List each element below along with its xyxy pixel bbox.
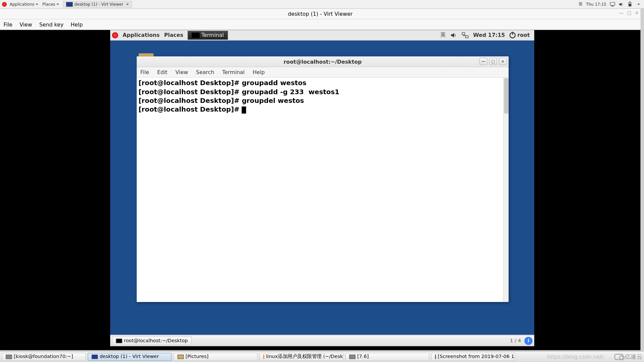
yisu-watermark: 亿速云 — [614, 353, 642, 361]
guest-task-terminal[interactable]: root@localhost:~/Desktop — [112, 336, 192, 345]
distro-icon — [112, 32, 118, 38]
host-applications-menu[interactable]: Applications — [8, 1, 40, 7]
display-icon[interactable] — [610, 2, 615, 7]
host-clock[interactable]: Thu 17:15 — [586, 2, 606, 7]
terminal-menu-terminal[interactable]: Terminal — [222, 69, 245, 75]
terminal-close-button[interactable]: × — [499, 58, 507, 65]
terminal-menu-view[interactable]: View — [175, 69, 188, 75]
caret-down-icon — [36, 4, 38, 6]
svg-rect-0 — [610, 2, 615, 5]
terminal-title: root@localhost:~/Desktop — [284, 58, 362, 64]
task-label: desktop (1) - Virt Viewer — [100, 354, 159, 359]
terminal-titlebar[interactable]: root@localhost:~/Desktop — □ × — [137, 57, 508, 67]
terminal-menu-help[interactable]: Help — [253, 69, 265, 75]
terminal-thumb-icon — [192, 33, 200, 38]
svg-rect-1 — [611, 6, 613, 6]
watermark-text: https://blog.csdn.net/ — [547, 354, 608, 360]
host-taskbar: [kiosk@foundation70:~] desktop (1) - Vir… — [0, 351, 644, 362]
host-topbar: Applications Places desktop (1) - Virt V… — [0, 0, 644, 9]
guest-desktop[interactable]: Applications Places Terminal 英 Wed 17:15 — [110, 30, 534, 346]
guest-clock[interactable]: Wed 17:15 — [473, 32, 505, 38]
window-thumb-icon — [349, 354, 355, 359]
task-label: [kiosk@foundation70:~] — [14, 354, 73, 359]
guest-places-menu[interactable]: Places — [164, 32, 183, 38]
host-task-gedit[interactable]: linux添加用户及权限管理 (~/Deskt... — [259, 353, 343, 361]
viewer-menu-file[interactable]: File — [4, 21, 13, 27]
guest-user-menu[interactable]: root — [509, 32, 530, 38]
task-label: [7.6] — [357, 354, 369, 359]
yisu-label: 亿速云 — [625, 353, 642, 361]
battery-icon[interactable] — [627, 2, 633, 7]
task-label: linux添加用户及权限管理 (~/Deskt... — [266, 353, 343, 360]
terminal-line: [root@localhost Desktop]# groupadd westo… — [139, 79, 307, 87]
caret-down-icon — [56, 4, 59, 6]
terminal-body[interactable]: [root@localhost Desktop]# groupadd westo… — [137, 78, 503, 302]
viewer-minimize-button[interactable]: — — [619, 10, 624, 15]
guest-taskbar: root@localhost:~/Desktop 1 / 4 i — [110, 335, 534, 346]
terminal-minimize-button[interactable]: — — [479, 58, 487, 65]
terminal-scrollbar[interactable] — [503, 78, 508, 302]
power-icon — [509, 32, 516, 38]
scroll-thumb[interactable] — [504, 78, 508, 114]
caret-down-icon — [126, 4, 129, 6]
terminal-thumb-icon — [116, 339, 122, 343]
terminal-line: [root@localhost Desktop]# groupdel westo… — [139, 97, 304, 105]
yisu-logo-icon — [614, 354, 623, 360]
terminal-maximize-button[interactable]: □ — [489, 58, 497, 65]
host-task-screenshot[interactable]: [Screenshot from 2019-07-06 1... — [431, 353, 515, 361]
network-icon[interactable] — [462, 32, 469, 39]
guest-app-tab-label: Terminal — [202, 32, 224, 38]
workspace-index[interactable]: 1 / 4 — [510, 338, 521, 344]
svg-rect-5 — [462, 33, 465, 35]
viewer-title: desktop (1) - Virt Viewer — [288, 11, 353, 17]
terminal-window: root@localhost:~/Desktop — □ × File Edit… — [137, 57, 508, 302]
viewer-titlebar[interactable]: desktop (1) - Virt Viewer — □ × — [0, 9, 640, 19]
viewer-close-button[interactable]: × — [635, 10, 639, 15]
caret-down-icon[interactable] — [637, 4, 640, 6]
terminal-menu-file[interactable]: File — [140, 69, 149, 75]
viewer-menubar: File View Send key Help — [0, 19, 640, 30]
guest-ime-indicator[interactable]: 英 — [440, 31, 446, 39]
viewer-menu-view[interactable]: View — [19, 21, 32, 27]
guest-user-label: root — [517, 32, 530, 38]
svg-rect-4 — [629, 4, 631, 6]
viewer-body: Applications Places Terminal 英 Wed 17:15 — [0, 30, 640, 350]
window-thumb-icon — [92, 354, 98, 359]
folder-thumb-icon — [177, 354, 183, 359]
host-app-tab-label: desktop (1) - Virt Viewer — [74, 2, 123, 7]
host-task-virtviewer[interactable]: desktop (1) - Virt Viewer — [88, 353, 172, 361]
task-label: [Screenshot from 2019-07-06 1... — [438, 354, 515, 359]
volume-icon[interactable] — [450, 32, 457, 39]
volume-icon[interactable] — [619, 2, 624, 7]
viewer-maximize-button[interactable]: □ — [627, 10, 631, 15]
folder-icon[interactable] — [139, 53, 154, 56]
image-thumb-icon — [435, 354, 436, 359]
viewer-menu-help[interactable]: Help — [71, 21, 83, 27]
cursor-icon — [242, 107, 246, 114]
svg-rect-3 — [629, 2, 631, 2]
notification-badge[interactable]: i — [525, 337, 533, 345]
host-app-tab-virtviewer[interactable]: desktop (1) - Virt Viewer — [63, 1, 131, 8]
guest-task-label: root@localhost:~/Desktop — [124, 338, 188, 344]
host-task-pictures[interactable]: [Pictures] — [173, 353, 258, 361]
host-places-menu[interactable]: Places — [40, 1, 61, 7]
host-ime-indicator[interactable]: 英 — [579, 1, 583, 7]
viewer-menu-sendkey[interactable]: Send key — [39, 21, 64, 27]
guest-app-tab-terminal[interactable]: Terminal — [188, 31, 228, 39]
host-task-76[interactable]: [7.6] — [345, 353, 429, 361]
virt-viewer-window: desktop (1) - Virt Viewer — □ × File Vie… — [0, 9, 640, 350]
host-task-kiosk[interactable]: [kiosk@foundation70:~] — [2, 353, 86, 361]
terminal-menu-edit[interactable]: Edit — [157, 69, 168, 75]
terminal-line: [root@localhost Desktop]# — [139, 106, 242, 114]
window-thumb-icon — [66, 2, 73, 7]
guest-topbar: Applications Places Terminal 英 Wed 17:15 — [110, 30, 534, 41]
terminal-menu-search[interactable]: Search — [196, 69, 214, 75]
guest-applications-menu[interactable]: Applications — [123, 32, 160, 38]
window-thumb-icon — [6, 354, 12, 359]
svg-rect-6 — [466, 36, 468, 38]
terminal-menubar: File Edit View Search Terminal Help — [137, 67, 508, 78]
distro-icon — [2, 2, 7, 7]
editor-thumb-icon — [263, 354, 264, 359]
task-label: [Pictures] — [185, 354, 209, 359]
terminal-line: [root@localhost Desktop]# groupadd -g 23… — [139, 88, 339, 96]
